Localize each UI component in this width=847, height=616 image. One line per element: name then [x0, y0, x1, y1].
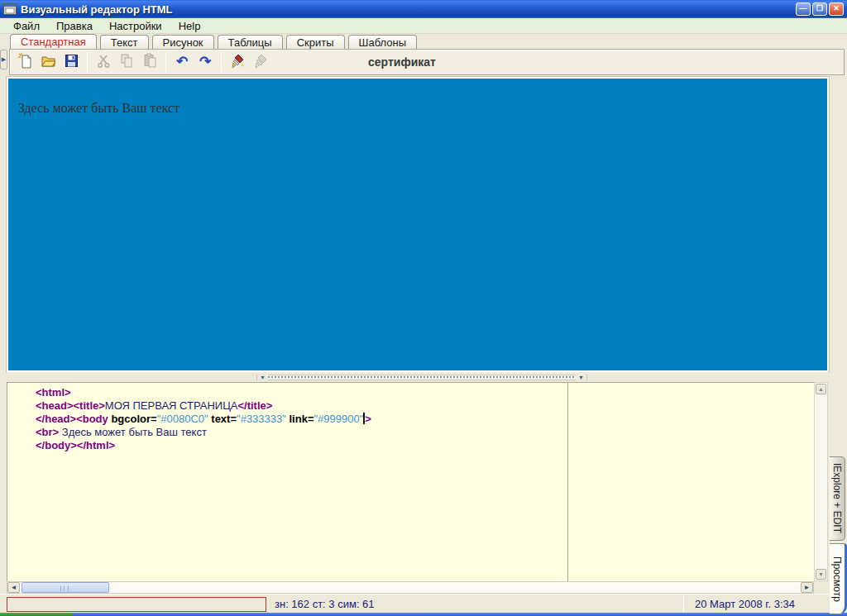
- code-editor[interactable]: <html><head><title>МОЯ ПЕРВАЯ СТРАНИЦА</…: [7, 382, 814, 581]
- splitter-arrow-right-icon[interactable]: ▼: [576, 375, 586, 380]
- close-button[interactable]: ✕: [829, 2, 844, 16]
- clear-format-brush-button: [250, 51, 271, 73]
- paste-icon: [142, 53, 158, 72]
- new-document-button[interactable]: [14, 51, 36, 73]
- menu-help[interactable]: Help: [170, 19, 209, 33]
- toolbar-collapse-grip[interactable]: ▶: [0, 50, 7, 69]
- scroll-left-icon[interactable]: ◄: [7, 582, 20, 593]
- clear-format-brush-icon: [253, 53, 269, 72]
- scroll-up-icon[interactable]: ▲: [816, 384, 826, 394]
- tab-tables[interactable]: Таблицы: [218, 35, 283, 49]
- preview-text: Здесь может быть Ваш текст: [8, 79, 827, 116]
- side-tab-iexplore-edit[interactable]: IExplore + EDIT: [830, 456, 845, 541]
- code-line-3[interactable]: </head><body bgcolor="#0080C0" text="#33…: [36, 413, 814, 426]
- cut-icon: [96, 53, 112, 72]
- toolbar: ↶↷ сертификат: [9, 49, 845, 75]
- title-bar[interactable]: Визуальный редактор HTML — ❐ ✕: [0, 0, 847, 18]
- redo-icon: ↷: [199, 55, 211, 69]
- horizontal-scrollbar[interactable]: ◄ ►: [7, 581, 814, 594]
- side-tab-strip: IExplore + EDITПросмотр: [829, 34, 847, 616]
- toolbar-caption: сертификат: [368, 55, 436, 69]
- side-tab-preview[interactable]: Просмотр: [830, 543, 847, 614]
- status-counters: зн: 162 ст: 3 сим: 61: [275, 598, 375, 610]
- menu-settings[interactable]: Настройки: [101, 19, 170, 33]
- maximize-button[interactable]: ❐: [812, 2, 827, 16]
- splitter-arrow-left-icon[interactable]: ▼: [257, 375, 268, 380]
- windows-taskbar[interactable]: [0, 613, 847, 616]
- save-icon: [64, 53, 79, 72]
- pane-splitter[interactable]: ▼ ▼: [7, 372, 829, 382]
- save-button[interactable]: [60, 51, 82, 73]
- code-lines: <html><head><title>МОЯ ПЕРВАЯ СТРАНИЦА</…: [7, 383, 814, 452]
- tab-picture[interactable]: Рисунок: [152, 35, 214, 49]
- code-line-1[interactable]: <html>: [36, 386, 814, 399]
- status-bar: зн: 162 ст: 3 сим: 61 20 Март 2008 г. 3:…: [0, 594, 829, 613]
- status-message-box: [7, 597, 266, 612]
- vertical-scrollbar[interactable]: ▲ ▼: [814, 382, 828, 581]
- code-line-2[interactable]: <head><title>МОЯ ПЕРВАЯ СТРАНИЦА</title>: [36, 399, 814, 413]
- scroll-right-icon[interactable]: ►: [801, 582, 813, 593]
- status-datetime: 20 Март 2008 г. 3:34: [695, 598, 819, 610]
- format-brush-button[interactable]: [227, 51, 248, 73]
- new-document-icon: [17, 53, 33, 72]
- cut-button: [93, 51, 114, 73]
- tab-templates[interactable]: Шаблоны: [348, 35, 418, 49]
- horizontal-scrollbar-thumb[interactable]: [22, 582, 109, 593]
- app-window: Визуальный редактор HTML — ❐ ✕ ФайлПравк…: [0, 0, 847, 616]
- menu-file[interactable]: Файл: [5, 19, 48, 33]
- open-folder-icon: [41, 53, 56, 72]
- undo-button[interactable]: ↶: [171, 51, 193, 73]
- splitter-track[interactable]: ▼ ▼: [256, 375, 587, 380]
- status-divider: [683, 595, 684, 613]
- toolbar-separator: [221, 52, 222, 72]
- minimize-button[interactable]: —: [796, 2, 811, 16]
- tab-standard[interactable]: Стандартная: [10, 34, 97, 49]
- menu-bar: ФайлПравкаНастройкиHelp: [0, 18, 847, 34]
- tab-scripts[interactable]: Скриты: [286, 35, 345, 49]
- toolbar-separator: [87, 52, 88, 72]
- undo-icon: ↶: [176, 55, 188, 69]
- start-button-edge[interactable]: [0, 613, 73, 616]
- toolbar-separator: [165, 52, 166, 72]
- code-line-5[interactable]: </body></html>: [36, 439, 814, 452]
- code-line-4[interactable]: <br> Здесь может быть Ваш текст: [36, 426, 814, 439]
- tab-text[interactable]: Текст: [100, 35, 149, 49]
- tab-bar: СтандартнаяТекстРисунокТаблицыСкритыШабл…: [0, 34, 847, 49]
- scroll-down-icon[interactable]: ▼: [816, 569, 826, 580]
- editor-margin-line: [567, 383, 568, 581]
- toolbar-row: ▶ ↶↷ сертификат: [0, 49, 847, 76]
- open-folder-button[interactable]: [37, 51, 59, 73]
- app-icon: [3, 3, 17, 15]
- copy-icon: [119, 53, 135, 72]
- copy-button: [116, 51, 137, 73]
- menu-edit[interactable]: Правка: [48, 19, 101, 33]
- preview-canvas[interactable]: Здесь может быть Ваш текст: [7, 77, 829, 372]
- redo-button[interactable]: ↷: [194, 51, 216, 73]
- paste-button: [139, 51, 160, 73]
- window-title: Визуальный редактор HTML: [21, 3, 173, 16]
- format-brush-icon: [230, 53, 246, 72]
